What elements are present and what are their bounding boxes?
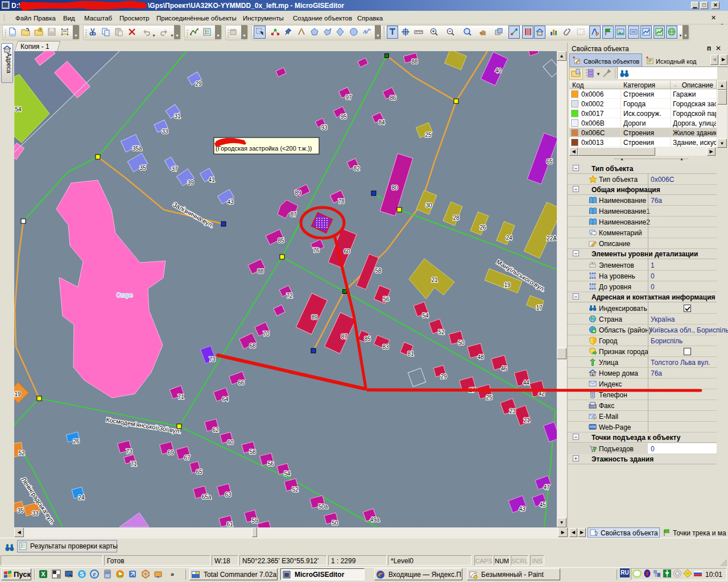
- svg-text:Старе: Старе: [117, 292, 133, 298]
- svg-text:35: 35: [139, 165, 146, 171]
- svg-text:69: 69: [167, 450, 174, 456]
- svg-text:35: 35: [17, 508, 24, 514]
- svg-text:88: 88: [257, 268, 264, 275]
- svg-text:71: 71: [130, 461, 137, 467]
- svg-text:e: e: [93, 570, 96, 578]
- svg-text:80: 80: [391, 185, 398, 191]
- svg-text:S: S: [80, 571, 84, 577]
- svg-text:89: 89: [295, 190, 301, 196]
- svg-text:67: 67: [184, 455, 191, 461]
- svg-text:72: 72: [286, 293, 293, 299]
- svg-text:68: 68: [249, 343, 256, 349]
- svg-text:17: 17: [536, 305, 543, 311]
- svg-text:50a: 50a: [318, 504, 328, 510]
- svg-text:71: 71: [177, 394, 184, 400]
- svg-text:X: X: [41, 571, 46, 577]
- svg-text:54: 54: [422, 313, 429, 319]
- svg-text:21: 21: [523, 417, 530, 423]
- svg-text:70: 70: [263, 331, 270, 337]
- svg-text:58: 58: [249, 449, 256, 455]
- svg-text:24: 24: [506, 235, 512, 241]
- svg-text:76: 76: [313, 247, 320, 253]
- svg-text:95: 95: [340, 114, 347, 120]
- svg-text:86: 86: [390, 95, 396, 101]
- svg-text:19: 19: [504, 282, 511, 288]
- svg-text:54: 54: [15, 106, 22, 113]
- svg-text:52: 52: [18, 450, 25, 456]
- svg-text:60: 60: [227, 439, 234, 446]
- svg-text:43: 43: [227, 199, 234, 205]
- svg-text:88: 88: [411, 59, 418, 65]
- svg-text:31: 31: [174, 113, 181, 119]
- svg-text:60: 60: [344, 248, 350, 255]
- svg-text:87: 87: [290, 211, 297, 218]
- svg-text:93: 93: [321, 124, 328, 131]
- svg-text:78: 78: [338, 198, 345, 205]
- svg-text:26: 26: [73, 438, 80, 444]
- svg-text:50: 50: [458, 340, 465, 346]
- svg-text:40: 40: [495, 68, 502, 74]
- svg-text:85: 85: [278, 238, 284, 244]
- svg-text:65a: 65a: [202, 494, 212, 500]
- svg-text:37: 37: [171, 166, 178, 172]
- svg-text:24: 24: [78, 494, 85, 501]
- svg-text:59: 59: [251, 518, 258, 524]
- svg-text:47: 47: [543, 484, 550, 490]
- svg-text:39: 39: [187, 180, 194, 186]
- svg-text:89: 89: [311, 314, 318, 321]
- svg-text:73: 73: [126, 448, 133, 455]
- svg-text:56: 56: [267, 461, 274, 467]
- svg-text:64: 64: [222, 396, 229, 402]
- svg-text:73: 73: [209, 356, 216, 363]
- svg-text:33: 33: [32, 510, 39, 517]
- svg-text:85: 85: [364, 336, 371, 342]
- svg-text:87: 87: [341, 334, 348, 340]
- svg-text:58: 58: [375, 268, 382, 274]
- svg-text:62: 62: [212, 427, 219, 433]
- svg-text:21: 21: [431, 277, 438, 283]
- svg-text:65: 65: [546, 159, 553, 165]
- svg-text:56: 56: [383, 296, 390, 302]
- svg-text:26: 26: [479, 225, 486, 231]
- svg-text:84: 84: [378, 119, 385, 126]
- svg-text:25: 25: [425, 132, 432, 138]
- svg-text:82: 82: [353, 165, 360, 172]
- svg-text:52: 52: [292, 487, 299, 493]
- svg-text:22A: 22A: [547, 235, 557, 242]
- svg-text:49a: 49a: [370, 517, 380, 523]
- svg-text:52: 52: [438, 329, 445, 335]
- svg-text:29: 29: [195, 81, 202, 87]
- svg-text:35a: 35a: [133, 146, 142, 152]
- svg-text:33: 33: [162, 128, 168, 135]
- svg-text:81: 81: [407, 351, 414, 357]
- svg-text:50: 50: [332, 520, 338, 526]
- svg-text:28: 28: [453, 215, 460, 221]
- svg-text:44: 44: [523, 380, 530, 386]
- svg-text:HTM: HTM: [589, 425, 595, 429]
- svg-text:63: 63: [225, 492, 231, 498]
- svg-text:19: 19: [14, 391, 21, 397]
- svg-text:41: 41: [208, 177, 215, 183]
- svg-text:45: 45: [539, 502, 546, 508]
- svg-text:46: 46: [500, 365, 507, 372]
- svg-text:65: 65: [196, 469, 202, 475]
- svg-text:(Городская застройка (<200 т.ж: (Городская застройка (<200 т.ж.)): [216, 145, 312, 152]
- svg-text:83: 83: [382, 344, 389, 350]
- svg-text:48: 48: [477, 354, 484, 360]
- svg-text:54: 54: [284, 471, 291, 477]
- svg-text:66: 66: [238, 380, 245, 386]
- svg-text:30: 30: [425, 202, 432, 209]
- svg-text:61: 61: [226, 521, 233, 527]
- svg-text:97: 97: [345, 94, 352, 101]
- svg-text:23: 23: [509, 408, 516, 414]
- svg-text:43: 43: [519, 506, 526, 512]
- svg-text:29: 29: [440, 373, 447, 380]
- svg-text:25: 25: [486, 394, 493, 401]
